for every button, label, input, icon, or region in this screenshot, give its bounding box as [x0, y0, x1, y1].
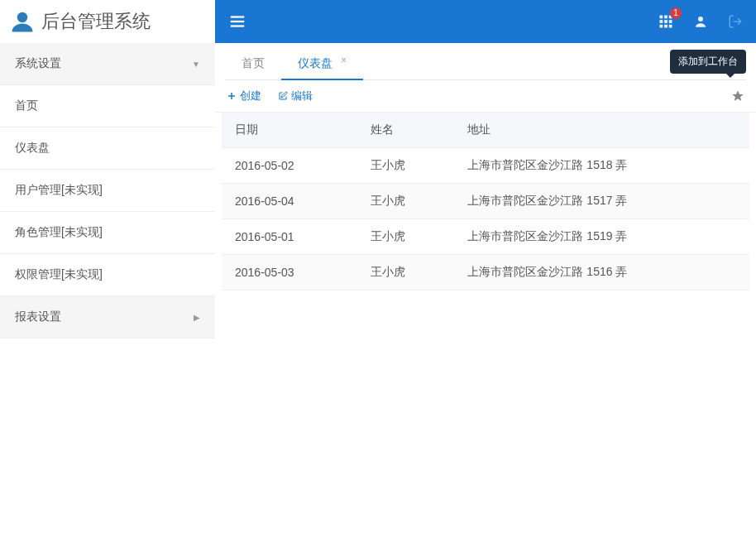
chevron-right-icon: ▶	[194, 313, 200, 322]
svg-rect-10	[660, 25, 663, 28]
app-title: 后台管理系统	[41, 9, 151, 34]
cell-date: 2016-05-03	[222, 255, 357, 291]
content: 首页 仪表盘 × 添加到工作台 创建	[215, 43, 756, 533]
cell-address: 上海市普陀区金沙江路 1519 弄	[454, 219, 749, 255]
data-table: 日期 姓名 地址 2016-05-02王小虎上海市普陀区金沙江路 1518 弄2…	[222, 113, 749, 291]
menu-item-label: 角色管理[未实现]	[15, 225, 103, 238]
cell-address: 上海市普陀区金沙江路 1516 弄	[454, 255, 749, 291]
menu-item-permissions[interactable]: 权限管理[未实现]	[0, 254, 215, 296]
col-date: 日期	[222, 113, 357, 148]
menu-group-label: 系统设置	[15, 56, 61, 71]
star-icon[interactable]	[731, 89, 744, 103]
svg-point-13	[698, 17, 703, 22]
table-row[interactable]: 2016-05-04王小虎上海市普陀区金沙江路 1517 弄	[222, 184, 749, 219]
toolbar: 创建 编辑	[215, 80, 756, 113]
svg-point-0	[17, 12, 28, 23]
menu-item-label: 首页	[15, 98, 38, 112]
logo-area: 后台管理系统	[0, 0, 215, 43]
menu-toggle-icon[interactable]	[228, 12, 246, 31]
tab-home[interactable]: 首页	[225, 48, 281, 79]
svg-marker-17	[732, 90, 743, 101]
svg-rect-12	[669, 25, 672, 28]
table-row[interactable]: 2016-05-03王小虎上海市普陀区金沙江路 1516 弄	[222, 255, 749, 291]
table-wrap: 日期 姓名 地址 2016-05-02王小虎上海市普陀区金沙江路 1518 弄2…	[215, 113, 756, 533]
svg-rect-4	[660, 16, 663, 19]
topbar: 1	[215, 0, 756, 43]
cell-name: 王小虎	[357, 148, 454, 184]
edit-button[interactable]: 编辑	[278, 89, 313, 103]
svg-rect-8	[664, 20, 667, 23]
tooltip-add-workspace: 添加到工作台	[670, 50, 746, 74]
tab-label: 首页	[242, 56, 265, 70]
tabs-row: 首页 仪表盘 × 添加到工作台	[215, 43, 756, 80]
tab-dashboard[interactable]: 仪表盘 ×	[281, 48, 363, 79]
cell-name: 王小虎	[357, 184, 454, 219]
user-icon	[10, 9, 35, 34]
svg-rect-9	[669, 20, 672, 23]
tab-label: 仪表盘	[298, 56, 333, 70]
create-button[interactable]: 创建	[227, 89, 261, 103]
close-icon[interactable]: ×	[341, 55, 347, 66]
svg-rect-5	[664, 16, 667, 19]
svg-rect-7	[660, 20, 663, 23]
sidebar: 后台管理系统 系统设置 ▼ 首页 仪表盘 用户管理[未实现] 角色管理[未实现]…	[0, 0, 215, 533]
apps-icon[interactable]: 1	[658, 14, 673, 29]
col-name: 姓名	[357, 113, 454, 148]
create-label: 创建	[240, 89, 261, 103]
table-row[interactable]: 2016-05-01王小虎上海市普陀区金沙江路 1519 弄	[222, 219, 749, 255]
cell-date: 2016-05-01	[222, 219, 357, 255]
tooltip-text: 添加到工作台	[678, 55, 738, 67]
svg-rect-11	[664, 25, 667, 28]
menu-group-label: 报表设置	[15, 310, 61, 324]
cell-date: 2016-05-04	[222, 184, 357, 219]
edit-label: 编辑	[291, 89, 313, 103]
profile-icon[interactable]	[693, 14, 708, 29]
menu-item-users[interactable]: 用户管理[未实现]	[0, 170, 215, 212]
cell-address: 上海市普陀区金沙江路 1517 弄	[454, 184, 749, 219]
tabs: 首页 仪表盘 ×	[225, 48, 746, 80]
main: 1 首页 仪表盘 ×	[215, 0, 756, 533]
menu-item-home[interactable]: 首页	[0, 85, 215, 127]
chevron-down-icon: ▼	[192, 60, 200, 69]
plus-icon	[227, 91, 237, 101]
col-address: 地址	[454, 113, 749, 148]
cell-name: 王小虎	[357, 219, 454, 255]
menu-item-label: 用户管理[未实现]	[15, 183, 103, 196]
menu-group-system[interactable]: 系统设置 ▼	[0, 43, 215, 85]
menu-item-dashboard[interactable]: 仪表盘	[0, 127, 215, 170]
menu-item-label: 仪表盘	[15, 141, 50, 154]
cell-name: 王小虎	[357, 255, 454, 291]
table-row[interactable]: 2016-05-02王小虎上海市普陀区金沙江路 1518 弄	[222, 148, 749, 184]
logout-icon[interactable]	[728, 14, 743, 29]
edit-icon	[278, 91, 288, 101]
cell-address: 上海市普陀区金沙江路 1518 弄	[454, 148, 749, 184]
menu-item-label: 权限管理[未实现]	[15, 267, 103, 281]
menu-item-roles[interactable]: 角色管理[未实现]	[0, 212, 215, 254]
menu-group-reports[interactable]: 报表设置 ▶	[0, 296, 215, 339]
notification-badge: 1	[670, 7, 682, 19]
cell-date: 2016-05-02	[222, 148, 357, 184]
